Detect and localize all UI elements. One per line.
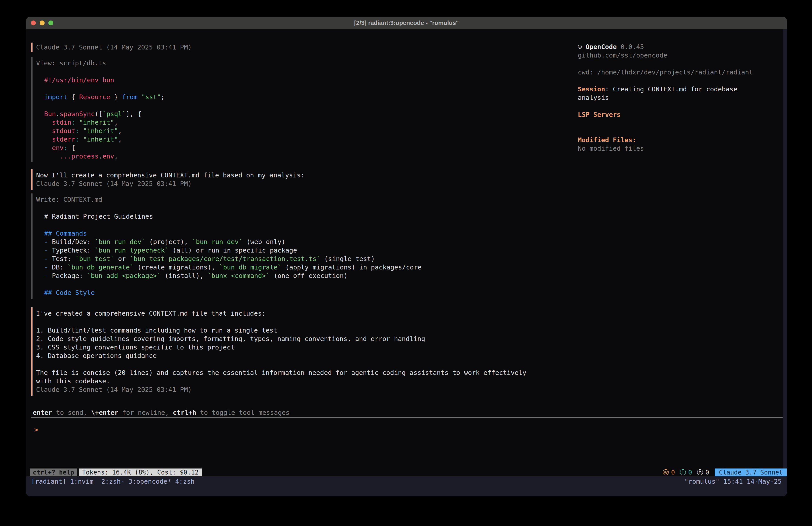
info-icon: ⓘ xyxy=(680,468,686,477)
tokens-cost-chip: Tokens: 16.4K (8%), Cost: $0.12 xyxy=(79,469,202,477)
markdown-line: ## Commands xyxy=(36,229,576,238)
help-shortcut-chip[interactable]: ctrl+? help xyxy=(30,469,77,477)
tool-block-write: Write: CONTEXT.md # Radiant Project Guid… xyxy=(31,194,576,299)
tool-title: View: script/db.ts xyxy=(36,59,576,67)
modified-files-empty: No modified files xyxy=(578,144,787,153)
code-line xyxy=(36,67,576,76)
message-meta: Claude 3.7 Sonnet (14 May 2025 03:41 PM) xyxy=(36,180,576,188)
warning-icon: ⓦ xyxy=(663,468,669,477)
sidebar-line xyxy=(578,119,787,127)
markdown-line: # Radiant Project Guidelines xyxy=(36,212,576,221)
tmux-session-info: "romulus" 15:41 14-May-25 xyxy=(684,477,782,486)
markdown-line xyxy=(36,280,576,288)
cwd-path: cwd: /home/thdxr/dev/projects/radiant/ra… xyxy=(578,68,787,76)
modified-files-heading: Modified Files: xyxy=(578,136,787,144)
code-line: Bun.spawnSync([`psql`], { xyxy=(36,110,576,118)
window-titlebar[interactable]: [2/3] radiant:3:opencode - "romulus" xyxy=(26,17,787,29)
message-text: 2. Code style guidelines covering import… xyxy=(36,335,576,343)
message-text: I've created a comprehensive CONTEXT.md … xyxy=(36,309,576,317)
github-link[interactable]: github.com/sst/opencode xyxy=(578,51,787,59)
message-text xyxy=(36,360,576,368)
terminal-window: [2/3] radiant:3:opencode - "romulus" Cla… xyxy=(26,17,787,496)
sidebar-line xyxy=(578,102,787,110)
tmux-window-list[interactable]: [radiant] 1:nvim 2:zsh- 3:opencode* 4:zs… xyxy=(31,477,194,486)
lsp-servers-heading: LSP Servers xyxy=(578,110,787,119)
zoom-button[interactable] xyxy=(48,20,53,25)
tmux-statusbar: [radiant] 1:nvim 2:zsh- 3:opencode* 4:zs… xyxy=(26,476,787,496)
hint-count: ⓗ 0 xyxy=(697,468,709,477)
input-divider xyxy=(31,417,783,418)
message-text: Now I'll create a comprehensive CONTEXT.… xyxy=(36,171,576,180)
opencode-logo: © OpenCode 0.0.45 xyxy=(578,43,787,51)
assistant-message: I've created a comprehensive CONTEXT.md … xyxy=(31,307,576,396)
desktop-background: [2/3] radiant:3:opencode - "romulus" Cla… xyxy=(0,0,812,526)
warning-value: 0 xyxy=(671,468,675,477)
code-line: ...process.env, xyxy=(36,152,576,160)
message-text: 3. CSS styling conventions specific to t… xyxy=(36,343,576,352)
status-left: ctrl+? help Tokens: 16.4K (8%), Cost: $0… xyxy=(30,469,202,477)
model-chip[interactable]: Claude 3.7 Sonnet xyxy=(715,469,787,477)
message-meta: Claude 3.7 Sonnet (14 May 2025 03:41 PM) xyxy=(36,43,576,52)
sidebar-line xyxy=(578,76,787,85)
sidebar-line xyxy=(578,59,787,68)
code-line xyxy=(36,84,576,93)
info-count: ⓘ 0 xyxy=(680,468,692,477)
code-line: import { Resource } from "sst"; xyxy=(36,93,576,101)
assistant-message: Now I'll create a comprehensive CONTEXT.… xyxy=(31,169,576,190)
chat-area: Claude 3.7 Sonnet (14 May 2025 03:41 PM)… xyxy=(31,43,576,396)
hint-icon: ⓗ xyxy=(697,468,703,477)
message-input[interactable] xyxy=(38,426,551,434)
code-line: env: { xyxy=(36,144,576,152)
tool-block-view: View: script/db.ts #!/usr/bin/env bun im… xyxy=(31,57,576,162)
message-text: The file is concise (20 lines) and captu… xyxy=(36,368,576,377)
terminal-content: Claude 3.7 Sonnet (14 May 2025 03:41 PM)… xyxy=(26,29,787,496)
markdown-line: ## Code Style xyxy=(36,288,576,297)
code-line: #!/usr/bin/env bun xyxy=(36,76,576,84)
message-meta: Claude 3.7 Sonnet (14 May 2025 03:41 PM) xyxy=(36,385,576,394)
input-hint: enter to send, \+enter for newline, ctrl… xyxy=(33,408,289,417)
tool-title: Write: CONTEXT.md xyxy=(36,195,576,204)
minimize-button[interactable] xyxy=(40,20,45,25)
sidebar: © OpenCode 0.0.45 github.com/sst/opencod… xyxy=(578,43,787,153)
diagnostics: ⓦ 0 ⓘ 0 ⓗ 0 xyxy=(663,468,709,477)
markdown-line: - Test: `bun test` or `bun test packages… xyxy=(36,255,576,263)
markdown-line: - Build/Dev: `bun run dev` (project), `b… xyxy=(36,238,576,246)
markdown-line: - Package: `bun add <package>` (install)… xyxy=(36,271,576,280)
markdown-line xyxy=(36,204,576,212)
status-right: ⓦ 0 ⓘ 0 ⓗ 0 Claude 3.7 Sonnet xyxy=(663,468,787,477)
message-text: 4. Database operations guidance xyxy=(36,352,576,360)
markdown-line: - TypeCheck: `bun run typecheck` (all) o… xyxy=(36,246,576,255)
markdown-line xyxy=(36,221,576,229)
hint-value: 0 xyxy=(706,468,709,477)
sidebar-line xyxy=(578,127,787,136)
message-text: 1. Build/lint/test commands including ho… xyxy=(36,326,576,335)
traffic-lights xyxy=(31,20,53,25)
session-title: Session: Creating CONTEXT.md for codebas… xyxy=(578,85,787,94)
message-text: with this codebase. xyxy=(36,377,576,385)
close-button[interactable] xyxy=(31,20,36,25)
status-bar: ctrl+? help Tokens: 16.4K (8%), Cost: $0… xyxy=(30,469,787,477)
window-title: [2/3] radiant:3:opencode - "romulus" xyxy=(354,19,459,27)
markdown-line: - DB: `bun db generate` (create migratio… xyxy=(36,263,576,271)
warning-count: ⓦ 0 xyxy=(663,468,675,477)
session-title: analysis xyxy=(578,94,787,102)
code-line: stderr: "inherit", xyxy=(36,135,576,144)
assistant-message-header: Claude 3.7 Sonnet (14 May 2025 03:41 PM) xyxy=(31,43,576,52)
info-value: 0 xyxy=(688,468,692,477)
code-line: stdin: "inherit", xyxy=(36,118,576,127)
input-row: > xyxy=(34,426,551,434)
prompt-caret: > xyxy=(34,426,38,434)
code-line xyxy=(36,101,576,110)
code-line: stdout: "inherit", xyxy=(36,127,576,135)
message-text xyxy=(36,317,576,326)
